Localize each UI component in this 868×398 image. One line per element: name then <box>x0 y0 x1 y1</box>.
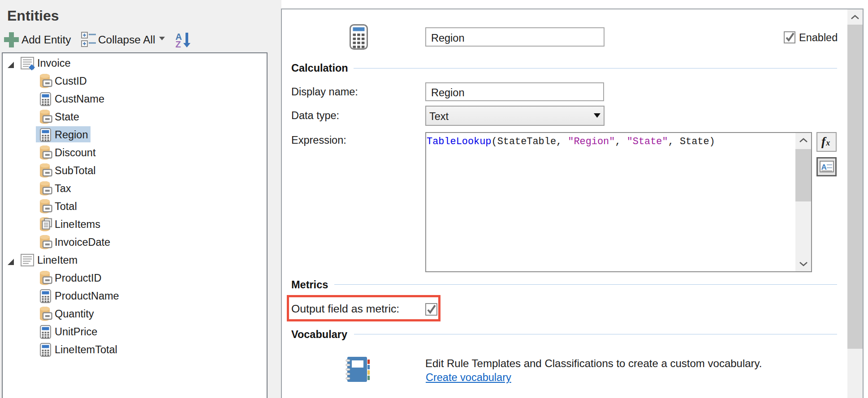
svg-text:A: A <box>821 163 827 171</box>
svg-text:Z: Z <box>176 39 181 48</box>
